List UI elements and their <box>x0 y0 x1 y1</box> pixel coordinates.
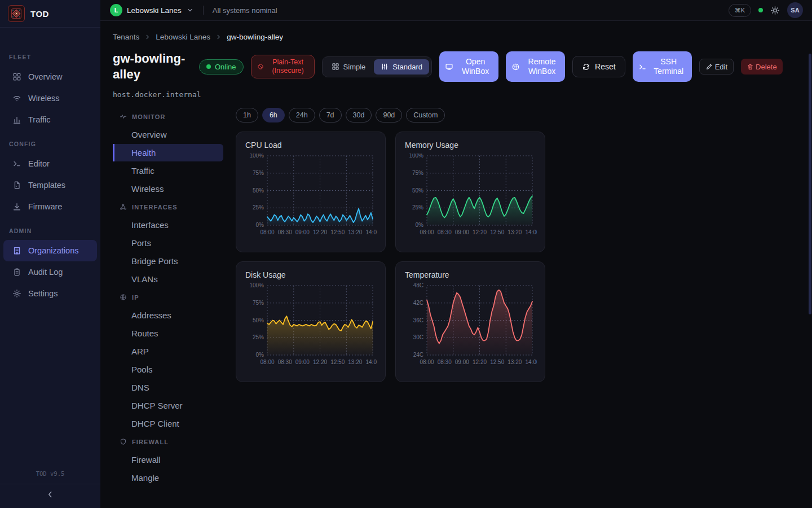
edit-button[interactable]: Edit <box>699 59 734 75</box>
svg-text:09:00: 09:00 <box>455 359 469 365</box>
connection-status-dot <box>758 8 763 12</box>
svg-text:42C: 42C <box>413 300 423 306</box>
sidebar-item-label: Traffic <box>28 115 50 124</box>
sidebar-section-label: FLEET <box>0 54 100 60</box>
chart-title: Temperature <box>405 270 536 279</box>
breadcrumb-separator-icon <box>215 33 222 41</box>
subnav-item-pools[interactable]: Pools <box>113 361 223 378</box>
grid-icon <box>12 72 21 81</box>
command-palette-button[interactable]: ⌘K <box>729 4 751 17</box>
subnav-item-wireless[interactable]: Wireless <box>113 180 223 198</box>
svg-text:50%: 50% <box>253 187 264 194</box>
user-avatar[interactable]: SA <box>787 2 803 18</box>
breadcrumb-item[interactable]: Lebowski Lanes <box>156 33 210 41</box>
sidebar-item-label: Wireless <box>28 94 60 103</box>
sidebar-section-label: CONFIG <box>0 141 100 147</box>
time-range-24h[interactable]: 24h <box>289 108 315 122</box>
svg-text:14:00: 14:00 <box>525 359 537 365</box>
device-header: gw-bowling-alley Online Plain-Text (Inse… <box>113 51 800 82</box>
slash-circle-icon <box>257 63 264 70</box>
time-range-1h[interactable]: 1h <box>236 108 258 122</box>
sidebar-item-templates[interactable]: Templates <box>3 174 97 196</box>
pencil-icon <box>705 63 713 71</box>
svg-text:12:20: 12:20 <box>473 359 487 365</box>
subnav-item-ports[interactable]: Ports <box>113 234 223 252</box>
subnav-item-dhcp-server[interactable]: DHCP Server <box>113 397 223 414</box>
sidebar-collapse-button[interactable] <box>46 490 55 499</box>
sidebar-item-traffic[interactable]: Traffic <box>3 109 97 130</box>
delete-button[interactable]: Delete <box>741 59 783 75</box>
chart-card-temperature: Temperature 48C42C36C30C24C08:0008:3009:… <box>395 261 545 382</box>
sidebar-item-audit-log[interactable]: Audit Log <box>3 261 97 283</box>
svg-text:0%: 0% <box>416 222 424 228</box>
subnav-item-routes[interactable]: Routes <box>113 325 223 342</box>
subnav-item-mangle[interactable]: Mangle <box>113 469 223 487</box>
breadcrumb-item[interactable]: Tenants <box>113 33 139 41</box>
app-logo-row: TOD <box>0 0 100 28</box>
time-range-7d[interactable]: 7d <box>319 108 342 122</box>
svg-text:100%: 100% <box>249 283 264 288</box>
subnav-item-arp[interactable]: ARP <box>113 343 223 360</box>
svg-text:12:20: 12:20 <box>473 229 487 235</box>
topbar: L Lebowski Lanes All systems nominal ⌘K … <box>100 0 812 21</box>
theme-toggle-button[interactable] <box>770 6 780 15</box>
open-winbox-button[interactable]: Open WinBox <box>439 51 498 82</box>
vertical-scrollbar[interactable] <box>809 54 811 314</box>
subnav-section-ip: IP <box>113 288 223 306</box>
subnav-item-health[interactable]: Health <box>113 144 223 161</box>
sidebar-item-wireless[interactable]: Wireless <box>3 87 97 109</box>
subnav-item-firewall[interactable]: Firewall <box>113 451 223 468</box>
svg-text:08:30: 08:30 <box>278 359 292 365</box>
subnav-item-interfaces[interactable]: Interfaces <box>113 216 223 234</box>
subnav-item-vlans[interactable]: VLANs <box>113 270 223 288</box>
chart-card-cpu-load: CPU Load 100%75%50%25%0%08:0008:3009:001… <box>236 132 386 252</box>
subnav-item-overview[interactable]: Overview <box>113 126 223 143</box>
sidebar-item-overview[interactable]: Overview <box>3 66 97 87</box>
download-icon <box>12 202 21 211</box>
svg-text:08:30: 08:30 <box>438 229 452 235</box>
time-range-6h[interactable]: 6h <box>262 108 285 122</box>
reset-button[interactable]: Reset <box>572 56 625 77</box>
svg-text:75%: 75% <box>253 170 264 176</box>
view-toggle-standard[interactable]: Standard <box>374 59 429 75</box>
time-range-90d[interactable]: 90d <box>376 108 402 122</box>
sidebar-item-label: Templates <box>28 181 65 190</box>
svg-text:75%: 75% <box>253 300 264 306</box>
svg-text:09:00: 09:00 <box>455 229 469 235</box>
subnav-item-bridge-ports[interactable]: Bridge Ports <box>113 252 223 270</box>
breadcrumb-item: gw-bowling-alley <box>227 33 283 41</box>
breadcrumb-separator-icon <box>144 33 151 41</box>
sidebar-item-label: Settings <box>28 289 58 298</box>
svg-text:30C: 30C <box>413 334 423 340</box>
time-range-custom[interactable]: Custom <box>406 108 445 122</box>
bars-icon <box>12 115 21 124</box>
sidebar-item-firmware[interactable]: Firmware <box>3 196 97 217</box>
svg-text:24C: 24C <box>413 352 423 358</box>
chart-card-memory-usage: Memory Usage 100%75%50%25%0%08:0008:3009… <box>395 132 545 252</box>
svg-text:0%: 0% <box>256 352 264 358</box>
ssh-terminal-button[interactable]: SSH Terminal <box>633 51 692 82</box>
subnav-item-addresses[interactable]: Addresses <box>113 306 223 324</box>
sun-icon <box>770 6 780 15</box>
svg-text:12:50: 12:50 <box>330 359 345 365</box>
svg-text:48C: 48C <box>413 283 423 288</box>
tenant-switcher[interactable]: L Lebowski Lanes <box>110 4 194 16</box>
sidebar-item-editor[interactable]: Editor <box>3 153 97 174</box>
sidebar-item-organizations[interactable]: Organizations <box>3 240 97 261</box>
system-status-text: All systems nominal <box>213 6 277 15</box>
svg-text:12:20: 12:20 <box>313 229 327 235</box>
subnav-item-traffic[interactable]: Traffic <box>113 162 223 179</box>
remote-winbox-button[interactable]: Remote WinBox <box>506 51 565 82</box>
chart-title: Memory Usage <box>405 141 536 150</box>
security-badge: Plain-Text (Insecure) <box>251 55 315 78</box>
online-dot-icon <box>206 64 211 69</box>
sidebar-item-settings[interactable]: Settings <box>3 283 97 304</box>
svg-text:25%: 25% <box>412 204 423 211</box>
charts-section: 1h6h24h7d30d90dCustom CPU Load 100%75%50… <box>236 108 800 487</box>
view-toggle-simple[interactable]: Simple <box>325 59 373 75</box>
time-range-30d[interactable]: 30d <box>346 108 372 122</box>
subnav-item-dns[interactable]: DNS <box>113 379 223 396</box>
refresh-icon <box>582 63 590 71</box>
subnav-item-dhcp-client[interactable]: DHCP Client <box>113 415 223 432</box>
time-range-selector: 1h6h24h7d30d90dCustom <box>236 108 800 122</box>
